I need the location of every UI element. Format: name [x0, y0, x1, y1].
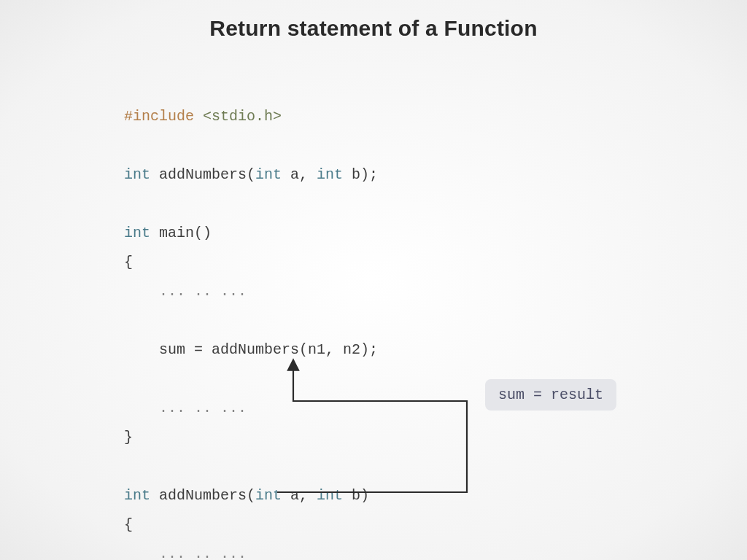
code-token: main() — [150, 225, 212, 241]
slide-title: Return statement of a Function — [0, 16, 747, 41]
code-token-kw: int — [124, 166, 150, 183]
code-token-kw: int — [124, 487, 150, 504]
code-token: b); — [343, 166, 378, 183]
code-token: a, — [282, 166, 317, 183]
code-block: #include <stdio.h> int addNumbers(int a,… — [124, 102, 378, 560]
code-line-call: sum = addNumbers(n1, n2); — [124, 341, 378, 358]
code-token-kw: int — [255, 487, 282, 504]
slide: Return statement of a Function #include … — [0, 0, 747, 560]
code-token: b) — [343, 487, 369, 504]
code-line: { — [124, 516, 133, 533]
code-line: { — [124, 254, 133, 271]
code-token-include: #include — [124, 108, 194, 125]
code-token: addNumbers( — [150, 487, 255, 504]
code-line-ellipsis: ... .. ... — [124, 545, 247, 560]
code-line: } — [124, 429, 133, 446]
annotation-badge: sum = result — [485, 379, 616, 411]
code-line-ellipsis: ... .. ... — [124, 283, 247, 300]
code-token: a, — [282, 487, 317, 504]
code-token-kw: int — [317, 487, 343, 504]
code-token: addNumbers( — [150, 166, 255, 183]
code-token-header: <stdio.h> — [194, 108, 282, 125]
code-token-kw: int — [124, 225, 150, 241]
code-line-ellipsis: ... .. ... — [124, 400, 247, 416]
code-token-kw: int — [317, 166, 343, 183]
code-token-kw: int — [255, 166, 282, 183]
